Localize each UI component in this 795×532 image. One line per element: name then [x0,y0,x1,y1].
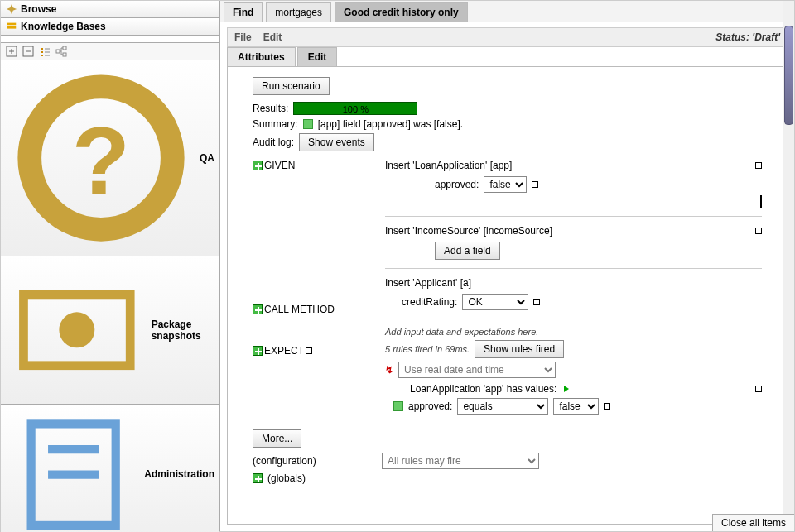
block-config-icon[interactable] [755,228,762,234]
sidebar-heading-kb[interactable]: Knowledge Bases [1,18,219,36]
field-config-icon[interactable] [533,299,540,305]
summary-text: [app] field [approved] was [false]. [318,118,463,130]
add-field-button[interactable]: Add a field [435,242,500,260]
creditrating-label: creditRating: [402,296,457,308]
more-button[interactable]: More... [253,429,301,448]
svg-marker-0 [7,4,17,14]
svg-rect-1 [7,23,17,26]
given-insert-incomesource: Insert 'IncomeSource' [incomeSource] Add… [385,222,762,269]
tab-find[interactable]: Find [224,2,263,22]
expect-value-select[interactable]: false [553,398,599,415]
configuration-label: (configuration) [253,455,377,467]
editor-subtabs: Attributes Edit [227,47,788,67]
subtab-attributes[interactable]: Attributes [227,47,296,66]
svg-rect-15 [63,46,66,50]
play-icon [564,386,569,392]
svg-rect-9 [41,51,43,53]
insert-incomesource-head: Insert 'IncomeSource' [incomeSource] [385,225,552,237]
call-label: CALL METHOD [264,304,335,315]
show-rules-fired-button[interactable]: Show rules fired [475,340,564,358]
sidebar-heading-browse[interactable]: Browse [1,1,219,18]
given-label: GIVEN [264,160,295,171]
tab-mortgages[interactable]: mortgages [266,2,331,22]
sidebar-toolbar [1,42,219,60]
sidebar-tree: Create New ▶ − Packages [1,36,219,42]
svg-rect-8 [41,48,43,50]
main-panel: Find mortgages Good credit history only … [220,1,794,531]
collapse-icon[interactable] [22,46,34,57]
expect-field-label: approved: [408,400,452,412]
expand-icon[interactable] [6,46,17,57]
editor-frame: Run scenario Results: 100 % Summary: [ap… [227,67,788,525]
step-expect: EXPECT [253,345,385,357]
date-mode-select[interactable]: Use real date and time [398,362,556,378]
results-progress: 100 % [293,102,417,115]
svg-rect-2 [7,26,17,29]
has-values-label: LoanApplication 'app' has values: [410,383,556,395]
hierarchy-icon[interactable] [55,46,67,57]
given-insert-loanapp: Insert 'LoanApplication' [app] approved:… [385,156,762,217]
creditrating-select[interactable]: OK [462,294,528,310]
expect-square-icon[interactable] [306,347,312,354]
insert-loanapp-head: Insert 'LoanApplication' [app] [385,160,512,171]
svg-rect-14 [56,50,60,53]
date-warning-icon: ↯ [385,364,393,376]
step-call: CALL METHOD [253,304,385,315]
step-given: GIVEN [253,160,385,171]
qa-label: QA [200,152,214,164]
field-config-icon[interactable] [532,181,538,188]
admin-label: Administration [144,468,214,480]
snapshots-icon [6,259,148,401]
scrollbar-thumb[interactable] [784,26,793,125]
configuration-select[interactable]: All rules may fire [382,453,539,469]
menu-edit[interactable]: Edit [263,31,282,43]
plus-icon[interactable] [253,473,263,483]
audit-label: Audit log: [253,137,294,148]
svg-rect-10 [41,55,43,56]
list-icon[interactable] [39,46,51,57]
plus-icon[interactable] [253,161,263,170]
sidebar-heading-qa[interactable]: ? QA [1,60,219,256]
globals-label: (globals) [267,472,306,484]
sidebar: Browse Knowledge Bases Create New ▶ − Pa… [1,1,220,531]
kb-label: Knowledge Bases [21,21,106,32]
block-config-icon[interactable] [755,386,762,392]
field-status-icon [393,401,403,411]
compass-icon [6,3,17,15]
show-events-button[interactable]: Show events [299,133,374,151]
rules-fired-text: 5 rules fired in 69ms. [385,344,470,354]
run-scenario-button[interactable]: Run scenario [253,77,330,95]
admin-icon [6,407,141,532]
expect-operator-select[interactable]: equals [457,398,548,415]
snapshots-label: Package snapshots [152,319,214,342]
tab-scenario[interactable]: Good credit history only [335,2,468,22]
sidebar-heading-admin[interactable]: Administration [1,404,219,532]
sidebar-heading-snapshots[interactable]: Package snapshots [1,256,219,404]
given-insert-applicant: Insert 'Applicant' [a] creditRating: OK [385,274,762,319]
insert-applicant-head: Insert 'Applicant' [a] [385,277,471,289]
browse-label: Browse [21,3,56,15]
vertical-scrollbar[interactable] [783,1,794,531]
menu-file[interactable]: File [234,31,252,43]
svg-rect-16 [63,53,66,56]
close-all-items[interactable]: Close all items [712,514,794,531]
results-label: Results: [253,103,288,114]
editor-menubar: File Edit Status: 'Draft' [227,27,788,47]
block-end-icon[interactable] [760,195,762,208]
knowledge-icon [6,21,17,32]
subtab-edit[interactable]: Edit [297,47,338,66]
svg-point-20 [59,312,94,347]
block-config-icon[interactable] [755,162,762,169]
approved-label: approved: [435,179,479,190]
approved-select[interactable]: false [484,176,527,193]
qa-icon: ? [6,63,196,253]
plus-icon[interactable] [253,346,263,356]
top-tabs: Find mortgages Good credit history only [220,1,794,22]
plus-icon[interactable] [253,304,263,314]
summary-label: Summary: [253,118,298,130]
expect-hint: Add input data and expectations here. [385,327,762,337]
field-config-icon[interactable] [604,403,610,410]
svg-text:?: ? [72,108,130,213]
expect-label: EXPECT [264,345,304,357]
status-text: Status: 'Draft' [716,31,780,43]
